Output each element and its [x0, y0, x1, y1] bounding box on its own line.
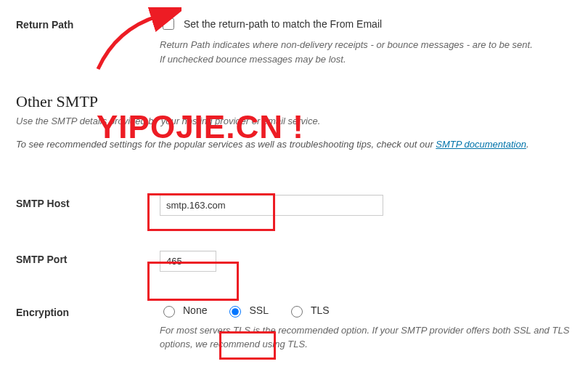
return-path-checkbox-label: Set the return-path to match the From Em…	[184, 18, 382, 30]
smtp-host-label: SMTP Host	[16, 195, 160, 209]
smtp-documentation-link[interactable]: SMTP documentation	[436, 139, 526, 150]
encryption-tls-radio[interactable]	[291, 306, 303, 318]
smtp-port-label: SMTP Port	[16, 251, 160, 265]
doc-link-prefix: To see recommended settings for the popu…	[16, 139, 436, 150]
encryption-ssl-label: SSL	[249, 304, 268, 316]
doc-link-suffix: .	[526, 139, 529, 150]
smtp-host-input[interactable]	[160, 195, 383, 216]
return-path-desc-2: If unchecked bounce messages may be lost…	[160, 54, 346, 65]
other-smtp-subdesc: Use the SMTP details provided by your ho…	[16, 114, 572, 129]
encryption-label: Encryption	[16, 304, 160, 318]
encryption-none-radio[interactable]	[163, 306, 175, 318]
return-path-checkbox[interactable]	[163, 18, 174, 30]
encryption-ssl-radio[interactable]	[229, 306, 241, 318]
encryption-desc: For most servers TLS is the recommended …	[160, 323, 572, 352]
smtp-port-input[interactable]	[160, 251, 216, 272]
other-smtp-heading: Other SMTP	[16, 92, 572, 111]
encryption-tls-label: TLS	[311, 304, 330, 316]
return-path-desc-1: Return Path indicates where non-delivery…	[160, 39, 533, 50]
return-path-label: Return Path	[16, 16, 160, 31]
encryption-none-label: None	[183, 304, 207, 316]
